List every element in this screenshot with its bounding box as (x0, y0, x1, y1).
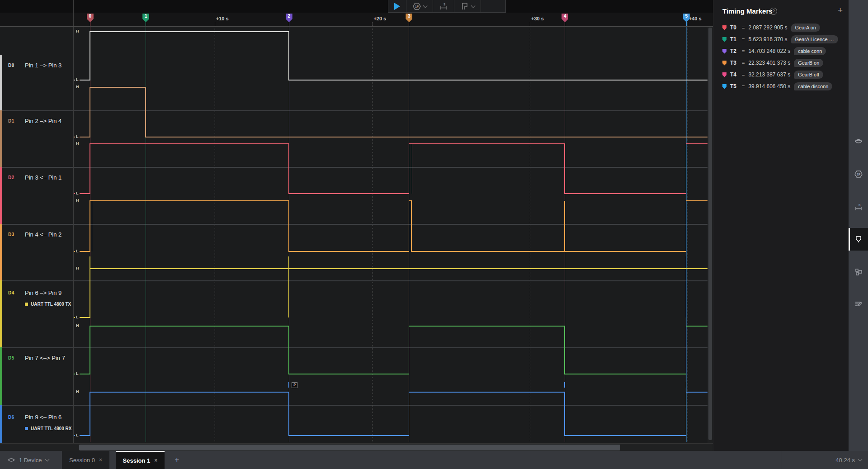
marker-id: T1 (730, 36, 738, 43)
session-tab-label: Session 0 (69, 457, 95, 464)
channel-color-strip (0, 405, 2, 443)
marker-badge[interactable]: cable conn (794, 47, 826, 55)
timeline-marker-flag[interactable]: 2 (286, 14, 292, 22)
marker-badge[interactable]: GearB on (794, 59, 823, 67)
chevron-down-icon (858, 457, 863, 462)
play-button[interactable] (388, 0, 406, 12)
new-session-button[interactable]: + (175, 451, 179, 469)
notes-icon (854, 299, 863, 308)
marker-id: T3 (730, 60, 738, 66)
svg-text:1F: 1F (856, 173, 860, 176)
analyzer-text: UART TTL 4800 TX (31, 302, 71, 307)
annotations-button[interactable] (454, 0, 481, 12)
timeline-grid-stub (372, 22, 373, 26)
marker-id: T5 (730, 83, 738, 90)
chevron-down-icon (471, 3, 476, 8)
marker-row[interactable]: T3=22.323 401 373 sGearB on (722, 57, 823, 69)
timeline-marker-flag[interactable]: 3 (406, 14, 412, 22)
session-tab[interactable]: Session 0× (62, 451, 109, 469)
extensions-icon (854, 267, 863, 276)
high-level-label: H (75, 198, 80, 203)
channel-color-strip (0, 347, 2, 405)
marker-value: 2.087 292 905 s (748, 24, 787, 31)
low-level-label: L (75, 315, 80, 320)
horizontal-scrollbar-thumb[interactable] (79, 445, 620, 450)
channel-name: Pin 4 <– Pin 2 (25, 231, 61, 238)
channel-name: Pin 9 <– Pin 6 (25, 414, 61, 421)
marker-row[interactable]: T5=39.914 606 450 scable disconn (722, 81, 832, 92)
measure-icon: 3 (854, 203, 863, 212)
marker-glyph-icon (722, 72, 726, 77)
marker-row[interactable]: T0=2.087 292 905 sGearA on (722, 22, 820, 33)
timeline-marker-flag[interactable]: 4 (561, 14, 568, 22)
timeline-ruler[interactable]: +10 s+20 s+30 s+40 s012345 (0, 13, 713, 26)
tab-close-icon[interactable]: × (99, 457, 102, 463)
sidebar-timing-markers-button[interactable] (849, 228, 868, 251)
device-selector[interactable]: 1 Device (7, 451, 49, 469)
hexagon-icon: 1F (854, 170, 863, 179)
marker-badge[interactable]: GearA on (791, 24, 820, 32)
channel-id-badge: D2 (8, 175, 14, 180)
svg-text:1F: 1F (415, 5, 419, 8)
marker-flag-tail (686, 22, 687, 26)
marker-glyph-icon (722, 84, 726, 89)
timing-marker-icon (854, 235, 863, 244)
timeline-marker-flag[interactable]: 0 (87, 14, 94, 22)
channel-color-strip (0, 55, 2, 110)
sidebar-extensions-button[interactable] (849, 261, 868, 283)
waveform-area[interactable]: D0Pin 1 –> Pin 3HLD1Pin 2 –> Pin 4HLD2Pi… (0, 26, 713, 443)
device-label: 1 Device (19, 457, 42, 464)
tab-close-icon[interactable]: × (154, 457, 157, 464)
sidebar-capture-settings-button[interactable]: 1F (849, 163, 868, 185)
play-icon (394, 3, 400, 10)
flag-icon (460, 2, 469, 11)
marker-value: 39.914 606 450 s (748, 83, 790, 90)
marker-flag-tail (146, 22, 146, 26)
toolbar-spacer (481, 0, 505, 12)
marker-id: T4 (730, 71, 738, 78)
sidebar-measurements-button[interactable]: 3 (849, 196, 868, 218)
sidebar-devices-button[interactable] (849, 130, 868, 153)
marker-value: 22.323 401 373 s (748, 60, 790, 66)
timeline-label: +10 s (216, 16, 229, 21)
channel-color-strip (0, 224, 2, 280)
sidebar-notes-button[interactable] (849, 293, 868, 315)
low-level-label: L (75, 191, 80, 196)
marker-glyph-icon (722, 25, 726, 30)
panel-title: Timing Markers (722, 7, 773, 15)
high-level-label: H (75, 85, 80, 90)
marker-badge[interactable]: GearB off (794, 71, 823, 79)
marker-badge[interactable]: GearA Licence … (791, 35, 838, 43)
analyzer-bullet-icon (25, 427, 28, 430)
session-tab-active[interactable]: Session 1× (116, 451, 165, 469)
status-bar: 1 Device Session 0×Session 1×+ 40.24 s (0, 451, 868, 469)
marker-badge[interactable]: cable disconn (794, 82, 832, 90)
channel-id-badge: D1 (8, 118, 14, 123)
timeline-marker-flag[interactable]: 1 (142, 14, 149, 22)
help-icon[interactable]: ? (770, 8, 777, 15)
duration-label: 40.24 s (835, 457, 855, 464)
marker-flag-tail (409, 22, 409, 26)
view-duration-selector[interactable]: 40.24 s (781, 451, 862, 469)
timeline-grid-stub (215, 22, 215, 26)
timeline-label: +40 s (689, 16, 702, 21)
label-divider (73, 26, 74, 443)
marker-row[interactable]: T1=5.623 916 370 sGearA Licence … (722, 33, 838, 45)
uart-decode-chip: 2 (292, 382, 297, 388)
marker-equals: = (742, 84, 745, 89)
marker-row[interactable]: T4=32.213 387 637 sGearB off (722, 69, 823, 81)
capture-mode-button[interactable]: 1F (406, 0, 433, 12)
channel-name: Pin 2 –> Pin 4 (25, 118, 61, 124)
chevron-down-icon (423, 3, 428, 8)
add-marker-button[interactable]: + (838, 5, 843, 15)
analyzer-text: UART TTL 4800 RX (31, 426, 71, 431)
marker-equals: = (742, 37, 745, 42)
marker-row[interactable]: T2=14.703 248 022 scable conn (722, 45, 826, 57)
marker-flag-tail (289, 22, 289, 26)
channel-color-strip (0, 280, 2, 347)
channel-name: Pin 6 –> Pin 9 (25, 289, 61, 296)
low-level-label: L (75, 134, 80, 139)
measurements-button[interactable]: 3 (433, 0, 454, 12)
waveform-plot (73, 26, 713, 443)
horizontal-scrollbar[interactable] (0, 443, 713, 451)
